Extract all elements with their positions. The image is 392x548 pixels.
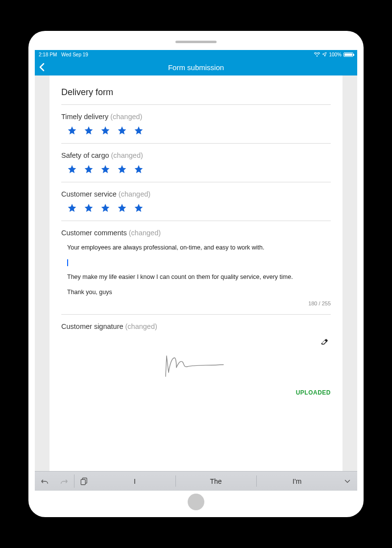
comment-line: Thank you, guys (67, 288, 327, 297)
star-icon[interactable] (134, 203, 144, 213)
home-button[interactable] (188, 494, 204, 510)
upload-status: UPLOADED (61, 389, 331, 396)
star-icon[interactable] (84, 164, 94, 174)
undo-button[interactable] (35, 472, 54, 491)
changed-tag: (changed) (110, 113, 142, 121)
comment-line: They make my life easier I know I can co… (67, 273, 327, 282)
label-text: Customer comments (61, 229, 127, 237)
tablet-frame: 2:18 PM Wed Sep 19 100% Form submission (28, 31, 364, 517)
comments-textarea[interactable]: Your employees are always professional, … (61, 242, 331, 300)
star-icon[interactable] (67, 203, 77, 213)
status-date: Wed Sep 19 (61, 52, 88, 57)
star-icon[interactable] (67, 125, 77, 135)
field-label: Customer comments (changed) (61, 229, 331, 237)
suggestion[interactable]: The (175, 472, 257, 491)
changed-tag: (changed) (111, 151, 143, 159)
changed-tag: (changed) (125, 323, 157, 330)
back-button[interactable] (39, 59, 46, 75)
battery-percent: 100% (329, 52, 342, 57)
changed-tag: (changed) (129, 229, 161, 237)
star-icon[interactable] (100, 203, 110, 213)
page-title: Form submission (168, 63, 224, 72)
field-customer-comments: Customer comments (changed) Your employe… (61, 221, 331, 314)
keyboard-suggestions: I The I'm (94, 472, 338, 491)
screen: 2:18 PM Wed Sep 19 100% Form submission (35, 50, 357, 491)
star-icon[interactable] (117, 203, 127, 213)
field-timely-delivery: Timely delivery (changed) (61, 105, 331, 143)
field-safety-of-cargo: Safety of cargo (changed) (61, 144, 331, 182)
label-text: Customer service (61, 190, 117, 198)
field-customer-service: Customer service (changed) (61, 182, 331, 221)
status-time: 2:18 PM (39, 52, 57, 57)
form-title: Delivery form (61, 87, 331, 98)
star-icon[interactable] (134, 125, 144, 135)
clipboard-button[interactable] (74, 472, 94, 491)
status-bar: 2:18 PM Wed Sep 19 100% (35, 50, 357, 59)
nav-bar: Form submission (35, 59, 357, 75)
status-left: 2:18 PM Wed Sep 19 (39, 52, 91, 57)
char-counter: 180 / 255 (61, 300, 331, 306)
battery-icon (343, 52, 353, 57)
star-icon[interactable] (84, 203, 94, 213)
star-icon[interactable] (117, 125, 127, 135)
suggestion[interactable]: I (94, 472, 175, 491)
label-text: Customer signature (61, 323, 123, 330)
star-rating-safety[interactable] (61, 164, 331, 174)
form-sheet: Delivery form Timely delivery (changed) (49, 75, 343, 471)
star-icon[interactable] (134, 164, 144, 174)
signature-drawing (162, 353, 230, 379)
keyboard-accessory-bar: I The I'm (35, 471, 357, 491)
field-label: Safety of cargo (changed) (61, 151, 331, 159)
suggestion[interactable]: I'm (256, 472, 338, 491)
status-right: 100% (314, 52, 353, 57)
star-icon[interactable] (67, 164, 77, 174)
star-rating-service[interactable] (61, 203, 331, 213)
field-label: Customer signature (changed) (61, 323, 331, 330)
star-icon[interactable] (117, 164, 127, 174)
label-text: Safety of cargo (61, 151, 109, 159)
signature-pad[interactable] (61, 335, 331, 389)
content-area: Delivery form Timely delivery (changed) (35, 75, 357, 491)
field-label: Customer service (changed) (61, 190, 331, 198)
star-rating-timely[interactable] (61, 125, 331, 135)
hide-keyboard-button[interactable] (338, 472, 357, 491)
svg-rect-1 (81, 479, 85, 485)
field-label: Timely delivery (changed) (61, 113, 331, 121)
field-customer-signature: Customer signature (changed) UP (61, 315, 331, 398)
star-icon[interactable] (100, 125, 110, 135)
wifi-icon (314, 52, 320, 57)
label-text: Timely delivery (61, 113, 108, 121)
speaker-grille (175, 41, 217, 43)
star-icon[interactable] (100, 164, 110, 174)
star-icon[interactable] (84, 125, 94, 135)
text-cursor (67, 259, 68, 266)
redo-button[interactable] (54, 472, 74, 491)
eraser-button[interactable] (320, 337, 329, 346)
comment-line: Your employees are always professional, … (67, 244, 327, 252)
location-icon (322, 52, 327, 57)
changed-tag: (changed) (119, 190, 150, 198)
